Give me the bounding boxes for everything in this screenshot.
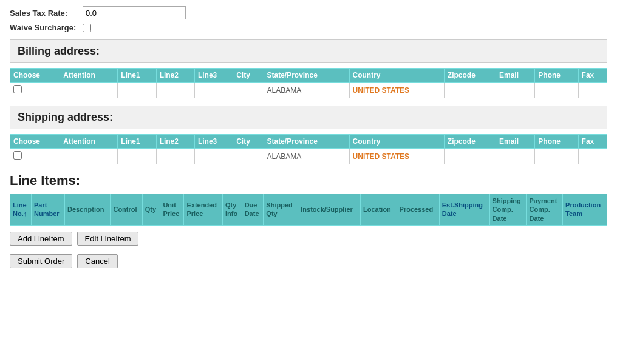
shipping-col-phone: Phone xyxy=(535,135,578,149)
shipping-line2 xyxy=(156,149,194,164)
li-col-processed: Processed xyxy=(397,194,439,226)
li-col-unit-price: UnitPrice xyxy=(160,194,184,226)
line-items-table: LineNo.↑ PartNumber Description Control … xyxy=(10,194,607,226)
shipping-col-country: Country xyxy=(349,135,444,149)
billing-line1 xyxy=(118,83,156,98)
shipping-line1 xyxy=(118,149,156,164)
shipping-col-line3: Line3 xyxy=(194,135,233,149)
billing-address-table: Choose Attention Line1 Line2 Line3 City … xyxy=(10,68,607,98)
li-col-line-no: LineNo.↑ xyxy=(10,194,32,226)
shipping-col-attention: Attention xyxy=(60,135,118,149)
billing-city xyxy=(233,83,264,98)
billing-address-row: ALABAMA UNITED STATES xyxy=(10,83,607,98)
li-col-control: Control xyxy=(111,194,142,226)
billing-email xyxy=(496,83,535,98)
billing-line3 xyxy=(194,83,233,98)
shipping-zipcode xyxy=(444,149,496,164)
billing-col-phone: Phone xyxy=(535,69,578,83)
billing-address-section: Billing address: xyxy=(10,39,607,63)
billing-col-choose: Choose xyxy=(10,69,60,83)
cancel-button[interactable]: Cancel xyxy=(77,254,117,268)
li-col-location: Location xyxy=(360,194,397,226)
billing-col-email: Email xyxy=(496,69,535,83)
waive-surcharge-checkbox[interactable] xyxy=(83,24,91,32)
form-action-buttons: Submit Order Cancel xyxy=(10,254,607,268)
billing-attention xyxy=(60,83,118,98)
billing-col-attention: Attention xyxy=(60,69,118,83)
shipping-city xyxy=(233,149,264,164)
li-col-est-shipping-date: Est.ShippingDate xyxy=(439,194,489,226)
billing-phone xyxy=(535,83,578,98)
billing-col-line3: Line3 xyxy=(194,69,233,83)
edit-lineitem-button[interactable]: Edit LineItem xyxy=(77,232,139,246)
billing-row-checkbox[interactable] xyxy=(13,85,22,93)
billing-col-city: City xyxy=(233,69,264,83)
billing-fax xyxy=(578,83,607,98)
shipping-state: ALABAMA xyxy=(264,149,349,164)
shipping-col-line2: Line2 xyxy=(156,135,194,149)
billing-col-line1: Line1 xyxy=(118,69,156,83)
shipping-attention xyxy=(60,149,118,164)
add-lineitem-button[interactable]: Add LineItem xyxy=(10,232,72,246)
li-col-qty: Qty xyxy=(142,194,160,226)
waive-surcharge-label: Waive Surcharge: xyxy=(10,23,83,32)
billing-col-country: Country xyxy=(349,69,444,83)
billing-col-state: State/Province xyxy=(264,69,349,83)
billing-address-title: Billing address: xyxy=(18,45,100,57)
shipping-col-line1: Line1 xyxy=(118,135,156,149)
line-items-title: Line Items: xyxy=(10,173,607,189)
shipping-col-city: City xyxy=(233,135,264,149)
submit-order-button[interactable]: Submit Order xyxy=(10,254,72,268)
shipping-row-checkbox[interactable] xyxy=(13,151,22,160)
li-col-payment-comp-date: PaymentComp.Date xyxy=(527,194,563,226)
shipping-country: UNITED STATES xyxy=(349,149,444,164)
li-col-shipped-qty: ShippedQty xyxy=(264,194,298,226)
sales-tax-rate-input[interactable] xyxy=(83,6,186,19)
shipping-email xyxy=(496,149,535,164)
line-item-buttons: Add LineItem Edit LineItem xyxy=(10,232,607,246)
li-col-due-date: DueDate xyxy=(242,194,264,226)
shipping-col-fax: Fax xyxy=(578,135,607,149)
billing-line2 xyxy=(156,83,194,98)
billing-col-zipcode: Zipcode xyxy=(444,69,496,83)
billing-country: UNITED STATES xyxy=(349,83,444,98)
li-col-shipping-comp-date: ShippingComp.Date xyxy=(489,194,527,226)
billing-col-fax: Fax xyxy=(578,69,607,83)
shipping-col-choose: Choose xyxy=(10,135,60,149)
li-col-production-team: ProductionTeam xyxy=(563,194,607,226)
shipping-address-row: ALABAMA UNITED STATES xyxy=(10,149,607,164)
li-col-part-number: PartNumber xyxy=(32,194,65,226)
shipping-address-section: Shipping address: xyxy=(10,106,607,129)
billing-col-line2: Line2 xyxy=(156,69,194,83)
li-col-instock-supplier: Instock/Supplier xyxy=(298,194,361,226)
li-col-description: Description xyxy=(64,194,111,226)
li-col-qty-info: QtyInfo xyxy=(222,194,242,226)
shipping-phone xyxy=(535,149,578,164)
shipping-address-title: Shipping address: xyxy=(18,111,113,123)
sales-tax-rate-label: Sales Tax Rate: xyxy=(10,8,83,18)
li-col-extended-price: ExtendedPrice xyxy=(184,194,223,226)
shipping-fax xyxy=(578,149,607,164)
billing-zipcode xyxy=(444,83,496,98)
shipping-address-table: Choose Attention Line1 Line2 Line3 City … xyxy=(10,134,607,164)
shipping-col-email: Email xyxy=(496,135,535,149)
shipping-col-state: State/Province xyxy=(264,135,349,149)
shipping-col-zipcode: Zipcode xyxy=(444,135,496,149)
billing-state: ALABAMA xyxy=(264,83,349,98)
shipping-line3 xyxy=(194,149,233,164)
